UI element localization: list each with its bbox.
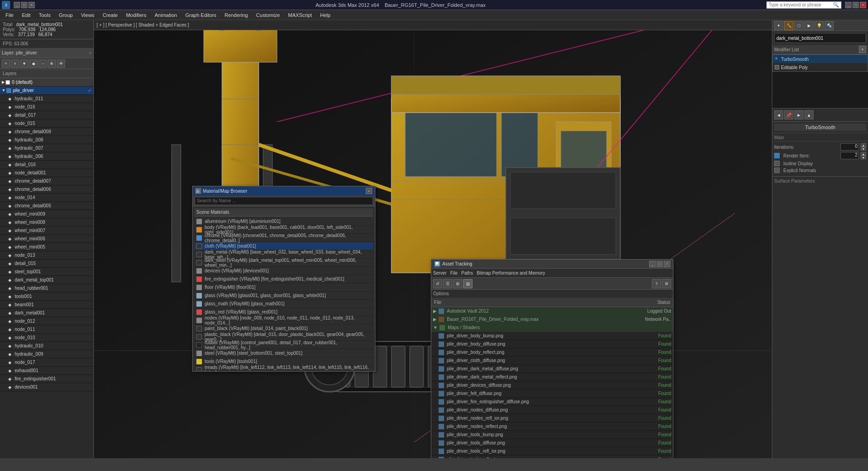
material-search-input[interactable] — [195, 197, 373, 205]
search-input[interactable] — [769, 2, 833, 7]
layer-steel-top001[interactable]: ◆steel_top001 — [0, 268, 93, 276]
layers-btn-add[interactable]: ▼ — [20, 60, 28, 68]
asset-close-button[interactable]: × — [664, 261, 670, 267]
layer-node-016[interactable]: ◆node_016 — [0, 103, 93, 111]
layer-pile-driver[interactable]: ▼ pile_driver ✓ — [0, 87, 93, 95]
viewport-canvas[interactable]: ⊞ Material/Map Browser × Scene Materials — [94, 30, 772, 458]
asset-felt-diffuse[interactable]: pile_driver_felt_diffuse.png Found — [431, 390, 673, 398]
menu-group[interactable]: Group — [55, 11, 76, 19]
asset-body-diffuse[interactable]: pile_driver_body_diffuse.png Found — [431, 340, 673, 348]
close-button[interactable]: × — [860, 2, 866, 8]
material-floor[interactable]: floor (VRayMtl) [floor001] — [195, 283, 373, 292]
layer-beam001[interactable]: ◆beam001 — [0, 301, 93, 309]
menu-tools[interactable]: Tools — [35, 11, 54, 19]
menu-file[interactable]: File — [2, 11, 17, 19]
layer-chrome-detail005[interactable]: ◆chrome_detail005 — [0, 202, 93, 210]
explicit-checkbox[interactable] — [774, 168, 780, 173]
asset-group-vault[interactable]: ▶ Autodesk Vault 2012 Logged Out — [431, 307, 673, 315]
material-rubber[interactable]: rubber (VRayMtl) [control_panel001, deta… — [195, 341, 373, 349]
asset-group-file[interactable]: ▶ Bauer_RG16T_Pile_Driver_Folded_vray.ma… — [431, 315, 673, 324]
menu-animation[interactable]: Animation — [151, 11, 181, 19]
material-browser-header[interactable]: ⊞ Material/Map Browser × — [193, 186, 375, 195]
layer-detail-015[interactable]: ◆detail_015 — [0, 260, 93, 268]
asset-col-file-header[interactable]: File — [431, 300, 627, 305]
menu-modifiers[interactable]: Modifiers — [122, 11, 150, 19]
search-box[interactable]: 🔍 — [766, 1, 841, 9]
layer-wheel-mini008[interactable]: ◆wheel_mini008 — [0, 218, 93, 227]
render-iters-up[interactable]: ▲ — [861, 152, 866, 156]
menu-create[interactable]: Create — [99, 11, 121, 19]
isoline-checkbox[interactable] — [774, 161, 780, 166]
layer-wheel-mini005[interactable]: ◆wheel_mini005 — [0, 243, 93, 251]
asset-body-reflect[interactable]: pile_driver_body_reflect.png Found — [431, 348, 673, 357]
asset-menu-paths[interactable]: Paths — [461, 271, 473, 276]
search-icon[interactable]: 🔍 — [833, 2, 839, 8]
material-dark-steel[interactable]: dark_steel (VRayMtl) [dark_metal_top001,… — [195, 259, 373, 267]
layer-exhaust001[interactable]: ◆exhaust001 — [0, 367, 93, 375]
asset-restore-button[interactable]: □ — [656, 261, 663, 267]
layer-head-rubber001[interactable]: ◆head_rubber001 — [0, 284, 93, 292]
minimize-button[interactable]: _ — [845, 2, 852, 8]
asset-cloth-diffuse[interactable]: pile_driver_cloth_diffuse.png Found — [431, 357, 673, 365]
menu-rendering[interactable]: Rendering — [221, 11, 252, 19]
nav-btn-left[interactable]: ◄ — [774, 110, 783, 119]
iterations-up[interactable]: ▲ — [861, 143, 866, 147]
menu-customize[interactable]: Customize — [252, 11, 283, 19]
modifier-eye-icon[interactable]: 👁 — [775, 57, 779, 61]
layer-detail-017[interactable]: ◆detail_017 — [0, 111, 93, 119]
modifier-editable-poly[interactable]: Editable Poly — [773, 63, 868, 71]
menu-edit[interactable]: Edit — [18, 11, 34, 19]
layers-list[interactable]: ▶ 0 (default) ▼ pile_driver ✓ ◆hydraulic… — [0, 78, 93, 458]
layer-wheel-mini007[interactable]: ◆wheel_mini007 — [0, 227, 93, 235]
modifier-turbosmooth[interactable]: 👁 TurboSmooth — [773, 55, 868, 63]
asset-tools-diffuse[interactable]: pile_driver_tools_diffuse.png Found — [431, 439, 673, 447]
layer-fire-extinguisher001[interactable]: ◆fire_extinguisher001 — [0, 375, 93, 383]
asset-tools-reflect[interactable]: pile_driver_tools_reflect.png Found — [431, 455, 673, 458]
win-btn-1[interactable]: _ — [14, 2, 20, 8]
asset-tools-bump[interactable]: pile_driver_tools_bump.png Found — [431, 431, 673, 439]
layer-chrome-detail007[interactable]: ◆chrome_detail007 — [0, 177, 93, 185]
layer-node-010[interactable]: ◆node_010 — [0, 334, 93, 342]
right-btn-motion[interactable]: ▶ — [804, 21, 814, 30]
layer-devices001[interactable]: ◆devices001 — [0, 383, 93, 391]
nav-btn-up[interactable]: ▲ — [804, 110, 814, 119]
material-devices[interactable]: devices (VRayMtl) [devices001] — [195, 267, 373, 275]
asset-nodes-reflect[interactable]: pile_driver_nodes_reflect.png Found — [431, 422, 673, 431]
material-chrome[interactable]: chrome (VRayMtl) [chrome001, chrome_deta… — [195, 234, 373, 242]
layers-btn-delete[interactable]: × — [11, 60, 19, 68]
layer-dark-metal-top001[interactable]: ◆dark_metal_top001 — [0, 276, 93, 284]
menu-maxscript[interactable]: MAXScript — [284, 11, 315, 19]
layers-btn-hide[interactable]: 👁 — [57, 60, 65, 68]
layers-btn-select[interactable]: ◆ — [29, 60, 38, 68]
material-fire-extinguisher[interactable]: fire_extinguisher (VRayMtl) [fire_exting… — [195, 275, 373, 283]
layers-panel-close[interactable]: × — [89, 51, 92, 55]
layer-chrome-detail008[interactable]: ◆chrome_detail008 — [0, 128, 93, 136]
material-steel[interactable]: steel (VRayMtl) [steel_bottom001, steel_… — [195, 349, 373, 357]
layer-wheel-mini006[interactable]: ◆wheel_mini006 — [0, 235, 93, 243]
asset-minimize-button[interactable]: _ — [649, 261, 656, 267]
layer-hydraulic-010[interactable]: ◆hydraulic_010 — [0, 342, 93, 350]
asset-btn-list[interactable]: ☰ — [443, 279, 452, 288]
asset-dark-metal-reflect[interactable]: pile_driver_dark_metal_reflect.png Found — [431, 373, 673, 381]
right-btn-hierarchy[interactable]: ⬡ — [794, 21, 803, 30]
asset-btn-settings[interactable]: ⚙ — [662, 279, 671, 288]
layer-chrome-detail006[interactable]: ◆chrome_detail006 — [0, 185, 93, 194]
iterations-down[interactable]: ▼ — [861, 147, 866, 151]
asset-group-maps[interactable]: ▼ Maps / Shaders — [431, 324, 673, 332]
asset-nodes-refl-ior[interactable]: pile_driver_nodes_refl_ior.png Found — [431, 414, 673, 422]
material-glass[interactable]: glass (VRayMtl) [glass001, glass_door001… — [195, 292, 373, 300]
menu-views[interactable]: Views — [77, 11, 98, 19]
layers-btn-move[interactable]: → — [38, 60, 47, 68]
asset-col-status-header[interactable]: Status — [627, 300, 673, 305]
asset-nodes-diffuse[interactable]: pile_driver_nodes_diffuse.png Found — [431, 406, 673, 414]
layers-btn-new[interactable]: + — [2, 60, 10, 68]
nav-btn-pin[interactable]: 📌 — [784, 110, 793, 119]
asset-dark-metal-diffuse[interactable]: pile_driver_dark_metal_diffuse.png Found — [431, 365, 673, 373]
restore-button[interactable]: □ — [852, 2, 859, 8]
asset-btn-details[interactable]: ▤ — [463, 279, 472, 288]
asset-menu-server[interactable]: Server — [433, 271, 446, 276]
layers-btn-freeze[interactable]: ❄ — [48, 60, 56, 68]
layer-tools001[interactable]: ◆tools001 — [0, 292, 93, 301]
asset-list[interactable]: ▶ Autodesk Vault 2012 Logged Out ▶ Bauer… — [431, 307, 673, 458]
layer-hydraulic-007[interactable]: ◆hydraulic_007 — [0, 144, 93, 152]
